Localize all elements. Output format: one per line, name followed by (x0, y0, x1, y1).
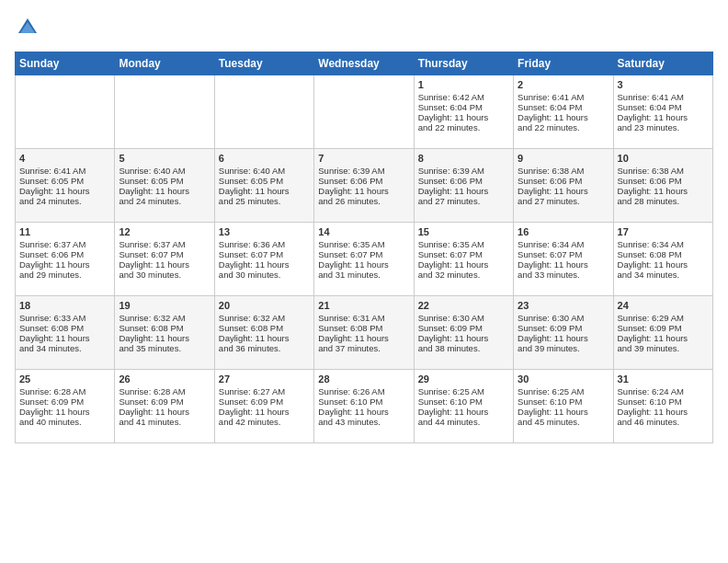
calendar-cell: 10Sunrise: 6:38 AMSunset: 6:06 PMDayligh… (613, 149, 712, 223)
day-info: and 24 minutes. (19, 196, 110, 206)
day-number: 13 (219, 226, 310, 237)
day-info: Daylight: 11 hours (418, 112, 509, 122)
day-info: Daylight: 11 hours (219, 186, 310, 196)
day-number: 25 (19, 373, 110, 385)
calendar-cell: 8Sunrise: 6:39 AMSunset: 6:06 PMDaylight… (414, 149, 513, 223)
calendar-cell: 30Sunrise: 6:25 AMSunset: 6:10 PMDayligh… (514, 370, 613, 443)
day-info: and 28 minutes. (618, 196, 709, 206)
calendar-cell: 7Sunrise: 6:39 AMSunset: 6:06 PMDaylight… (314, 149, 414, 223)
day-number: 8 (418, 153, 509, 164)
day-info: Sunset: 6:10 PM (518, 396, 609, 407)
calendar-cell: 29Sunrise: 6:25 AMSunset: 6:10 PMDayligh… (414, 370, 513, 443)
day-info: Sunset: 6:08 PM (219, 323, 310, 333)
day-info: and 36 minutes. (219, 343, 310, 353)
week-row-5: 25Sunrise: 6:28 AMSunset: 6:09 PMDayligh… (16, 370, 713, 443)
calendar-cell: 16Sunrise: 6:34 AMSunset: 6:07 PMDayligh… (514, 223, 613, 296)
day-info: Sunrise: 6:35 AM (418, 239, 509, 249)
calendar-cell (16, 75, 115, 149)
calendar-cell (214, 75, 313, 149)
day-info: Sunrise: 6:30 AM (418, 313, 509, 323)
day-info: Sunset: 6:06 PM (318, 176, 409, 186)
calendar-cell: 14Sunrise: 6:35 AMSunset: 6:07 PMDayligh… (314, 223, 414, 296)
day-info: Sunrise: 6:37 AM (19, 239, 110, 249)
day-info: Sunset: 6:07 PM (518, 249, 609, 259)
day-info: Sunset: 6:08 PM (119, 323, 210, 333)
day-info: Sunrise: 6:41 AM (518, 92, 609, 102)
calendar-cell: 26Sunrise: 6:28 AMSunset: 6:09 PMDayligh… (115, 370, 214, 443)
day-info: Daylight: 11 hours (518, 407, 609, 417)
day-info: Daylight: 11 hours (119, 407, 210, 417)
day-info: Sunrise: 6:38 AM (518, 166, 609, 176)
day-info: Sunset: 6:04 PM (618, 102, 709, 112)
day-info: Daylight: 11 hours (19, 259, 110, 270)
calendar-cell: 24Sunrise: 6:29 AMSunset: 6:09 PMDayligh… (613, 296, 712, 370)
day-number: 17 (618, 226, 709, 237)
day-info: and 46 minutes. (618, 417, 709, 427)
calendar-cell: 11Sunrise: 6:37 AMSunset: 6:06 PMDayligh… (16, 223, 115, 296)
day-info: and 39 minutes. (618, 343, 709, 353)
day-info: Sunrise: 6:41 AM (618, 92, 709, 102)
day-info: Sunrise: 6:40 AM (119, 166, 210, 176)
day-info: Daylight: 11 hours (318, 186, 409, 196)
calendar-cell: 15Sunrise: 6:35 AMSunset: 6:07 PMDayligh… (414, 223, 513, 296)
day-info: and 27 minutes. (518, 196, 609, 206)
day-number: 12 (119, 226, 210, 237)
day-info: Daylight: 11 hours (618, 333, 709, 343)
day-info: Sunrise: 6:29 AM (618, 313, 709, 323)
day-info: Sunset: 6:04 PM (418, 102, 509, 112)
day-number: 31 (618, 373, 709, 385)
day-info: Sunset: 6:10 PM (418, 396, 509, 407)
calendar-cell (115, 75, 214, 149)
day-header-wednesday: Wednesday (314, 52, 414, 75)
day-info: Sunrise: 6:36 AM (219, 239, 310, 249)
calendar-cell: 13Sunrise: 6:36 AMSunset: 6:07 PMDayligh… (214, 223, 313, 296)
day-info: and 43 minutes. (318, 417, 409, 427)
day-number: 9 (518, 153, 609, 164)
day-info: and 37 minutes. (318, 343, 409, 353)
day-info: Sunrise: 6:34 AM (618, 239, 709, 249)
day-info: Daylight: 11 hours (119, 333, 210, 343)
day-info: and 42 minutes. (219, 417, 310, 427)
day-info: Daylight: 11 hours (19, 186, 110, 196)
day-header-tuesday: Tuesday (214, 52, 313, 75)
calendar-cell: 27Sunrise: 6:27 AMSunset: 6:09 PMDayligh… (214, 370, 313, 443)
day-info: Sunrise: 6:40 AM (219, 166, 310, 176)
day-info: and 45 minutes. (518, 417, 609, 427)
week-row-4: 18Sunrise: 6:33 AMSunset: 6:08 PMDayligh… (16, 296, 713, 370)
day-info: Sunset: 6:06 PM (618, 176, 709, 186)
day-info: Sunset: 6:06 PM (19, 249, 110, 259)
day-info: Daylight: 11 hours (518, 259, 609, 270)
day-info: Sunset: 6:09 PM (219, 396, 310, 407)
calendar-cell: 20Sunrise: 6:32 AMSunset: 6:08 PMDayligh… (214, 296, 313, 370)
calendar-cell: 19Sunrise: 6:32 AMSunset: 6:08 PMDayligh… (115, 296, 214, 370)
calendar-cell: 23Sunrise: 6:30 AMSunset: 6:09 PMDayligh… (514, 296, 613, 370)
day-info: and 38 minutes. (418, 343, 509, 353)
day-info: and 33 minutes. (518, 270, 609, 280)
day-info: Sunset: 6:07 PM (119, 249, 210, 259)
day-number: 24 (618, 300, 709, 311)
calendar-cell: 18Sunrise: 6:33 AMSunset: 6:08 PMDayligh… (16, 296, 115, 370)
day-info: Daylight: 11 hours (119, 186, 210, 196)
calendar-cell: 12Sunrise: 6:37 AMSunset: 6:07 PMDayligh… (115, 223, 214, 296)
day-info: and 34 minutes. (19, 343, 110, 353)
calendar-cell: 9Sunrise: 6:38 AMSunset: 6:06 PMDaylight… (514, 149, 613, 223)
calendar-cell: 5Sunrise: 6:40 AMSunset: 6:05 PMDaylight… (115, 149, 214, 223)
day-number: 1 (418, 79, 509, 90)
day-info: Sunrise: 6:25 AM (518, 386, 609, 396)
day-info: Daylight: 11 hours (418, 333, 509, 343)
day-info: and 27 minutes. (418, 196, 509, 206)
day-info: Daylight: 11 hours (418, 407, 509, 417)
day-info: Sunset: 6:05 PM (19, 176, 110, 186)
day-info: and 41 minutes. (119, 417, 210, 427)
day-info: Daylight: 11 hours (119, 259, 210, 270)
day-info: Sunrise: 6:31 AM (318, 313, 409, 323)
day-info: Daylight: 11 hours (618, 186, 709, 196)
day-number: 4 (19, 153, 110, 164)
calendar-cell: 25Sunrise: 6:28 AMSunset: 6:09 PMDayligh… (16, 370, 115, 443)
day-info: Daylight: 11 hours (318, 333, 409, 343)
day-info: Sunset: 6:06 PM (418, 176, 509, 186)
day-info: Sunset: 6:09 PM (418, 323, 509, 333)
day-number: 29 (418, 373, 509, 385)
day-header-monday: Monday (115, 52, 214, 75)
day-info: and 30 minutes. (119, 270, 210, 280)
